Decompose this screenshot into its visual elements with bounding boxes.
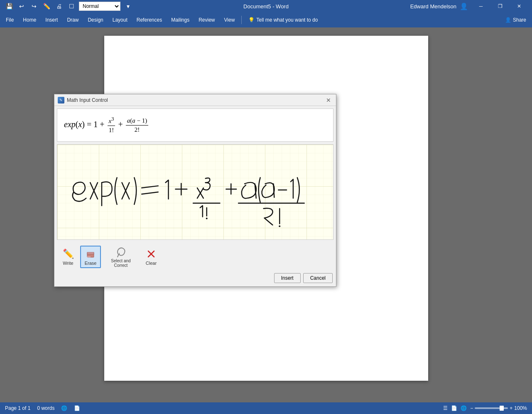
cancel-button[interactable]: Cancel [303, 273, 333, 283]
eraser-icon [86, 248, 96, 260]
statusbar-right: ☰ 📄 🌐 − + 100% [443, 405, 527, 411]
svg-point-2 [206, 217, 208, 219]
word-count: 0 words [37, 405, 54, 411]
menu-separator [241, 16, 242, 24]
menu-home[interactable]: Home [19, 15, 40, 25]
svg-rect-6 [87, 256, 91, 257]
svg-rect-5 [87, 252, 94, 254]
zoom-level: 100% [514, 405, 527, 411]
undo-button[interactable]: ↩ [16, 0, 27, 12]
insert-button[interactable]: Insert [274, 273, 301, 283]
read-mode-icon[interactable]: ☰ [443, 405, 448, 411]
dialog-close-button[interactable]: ✕ [324, 96, 333, 104]
erase-label: Erase [85, 261, 97, 266]
lasso-icon [115, 246, 127, 258]
statusbar-left: Page 1 of 1 0 words 🌐 📄 [5, 405, 80, 411]
redo-button[interactable]: ↪ [28, 0, 40, 12]
math-input-dialog: ✎ Math Input Control ✕ exp(x) = 1 + x3 1… [54, 94, 336, 287]
menu-review[interactable]: Review [194, 15, 219, 25]
menu-layout[interactable]: Layout [108, 15, 132, 25]
zoom-control: − + 100% [470, 405, 527, 411]
save-button[interactable]: 💾 [3, 0, 15, 12]
print-button[interactable]: 🖨 [53, 0, 65, 12]
style-dropdown[interactable]: Normal [79, 2, 120, 11]
zoom-thumb [500, 406, 504, 411]
menu-draw[interactable]: Draw [63, 15, 83, 25]
dialog-title-left: ✎ Math Input Control [58, 97, 108, 104]
titlebar-left: 💾 ↩ ↪ ✏️ 🖨 ☐ Normal ▾ [3, 0, 134, 12]
titlebar: 💾 ↩ ↪ ✏️ 🖨 ☐ Normal ▾ Document5 - Word E… [0, 0, 532, 12]
restore-button[interactable]: ❐ [490, 0, 510, 12]
menu-file[interactable]: File [2, 15, 18, 25]
dialog-app-icon: ✎ [58, 97, 64, 104]
zoom-out-icon[interactable]: − [470, 405, 473, 411]
zoom-slider[interactable] [475, 407, 508, 409]
quick-access-toolbar: 💾 ↩ ↪ ✏️ 🖨 ☐ [3, 0, 77, 12]
close-button[interactable]: ✕ [510, 0, 529, 12]
formula-preview: exp(x) = 1 + x3 1! + a(a − 1) 2! [57, 108, 333, 142]
menu-view[interactable]: View [220, 15, 239, 25]
clear-label: Clear [146, 261, 157, 266]
pen-button[interactable]: ✏️ [41, 0, 52, 12]
document-title: Document5 - Word [243, 3, 289, 10]
math-formula-display: exp(x) = 1 + x3 1! + a(a − 1) 2! [64, 116, 149, 135]
clear-icon [146, 248, 156, 260]
menu-references[interactable]: References [132, 15, 166, 25]
minimize-button[interactable]: ─ [471, 0, 490, 12]
write-label: Write [63, 261, 73, 266]
statusbar: Page 1 of 1 0 words 🌐 📄 ☰ 📄 🌐 − + 100% [0, 402, 532, 414]
menu-mailings[interactable]: Mailings [167, 15, 194, 25]
titlebar-right: Edward Mendelson 👤 ─ ❐ ✕ [410, 0, 529, 12]
select-correct-tool[interactable]: Select and Correct [103, 244, 139, 270]
erase-tool[interactable]: Erase [80, 246, 101, 268]
share-button[interactable]: 👤 Share [501, 15, 530, 25]
select-correct-label: Select and Correct [106, 259, 135, 268]
page-info: Page 1 of 1 [5, 405, 30, 411]
dialog-overlay: ✎ Math Input Control ✕ exp(x) = 1 + x3 1… [54, 94, 336, 287]
lightbulb-icon: 💡 [248, 17, 255, 23]
track-changes-icon: 📄 [74, 405, 80, 411]
share-icon: 👤 [505, 17, 511, 23]
dialog-toolbar: ✏️ Write Erase [54, 242, 336, 273]
dialog-actions: Insert Cancel [54, 273, 336, 286]
user-name: Edward Mendelson [410, 3, 456, 10]
language-icon: 🌐 [61, 405, 67, 411]
handwritten-formula [57, 145, 333, 239]
read-mode-button[interactable]: ☐ [66, 0, 77, 12]
print-layout-icon[interactable]: 📄 [451, 405, 457, 411]
clear-tool[interactable]: Clear [141, 246, 162, 268]
write-tool[interactable]: ✏️ Write [58, 246, 78, 268]
workspace: ✎ Math Input Control ✕ exp(x) = 1 + x3 1… [0, 27, 532, 402]
user-icon: 👤 [460, 2, 468, 10]
pencil-icon: ✏️ [63, 248, 74, 260]
web-layout-icon[interactable]: 🌐 [461, 405, 467, 411]
menu-insert[interactable]: Insert [41, 15, 62, 25]
zoom-in-icon[interactable]: + [510, 405, 512, 411]
dialog-titlebar: ✎ Math Input Control ✕ [54, 94, 336, 106]
handwriting-canvas[interactable] [57, 144, 333, 240]
window-controls: ─ ❐ ✕ [471, 0, 529, 12]
tell-me[interactable]: 💡 Tell me what you want to do [244, 15, 322, 25]
menubar: File Home Insert Draw Design Layout Refe… [0, 12, 532, 27]
svg-point-3 [279, 225, 280, 227]
menu-design[interactable]: Design [83, 15, 107, 25]
customize-button[interactable]: ▾ [122, 0, 134, 12]
dialog-title: Math Input Control [67, 97, 108, 103]
